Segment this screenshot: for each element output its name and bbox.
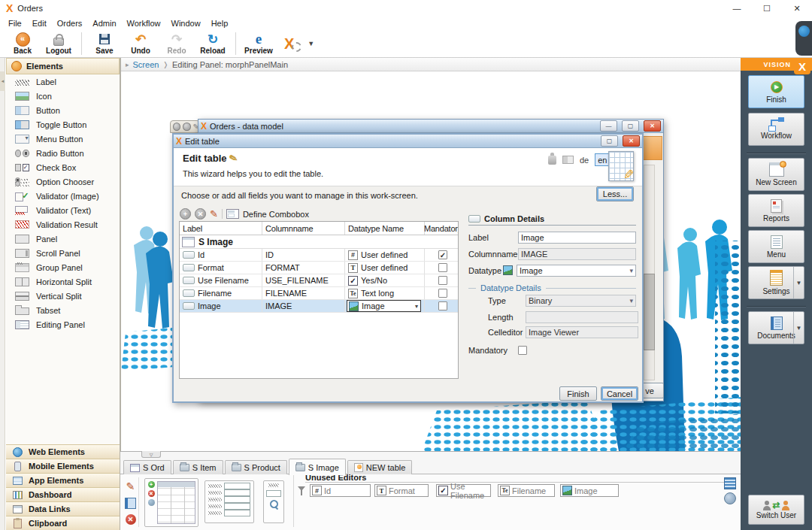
mandatory-checkbox[interactable] [438, 263, 447, 272]
add-circle-icon[interactable]: + [180, 208, 191, 220]
reload-button[interactable]: Reload [195, 31, 230, 56]
maximize-icon[interactable]: ▢ [622, 120, 639, 132]
back-button[interactable]: Back [5, 31, 40, 56]
palette-item-scroll-panel[interactable]: Scroll Panel [6, 246, 120, 260]
cancel-button[interactable]: Cancel [601, 386, 638, 401]
minimize-icon[interactable]: — [722, 0, 752, 17]
palette-item-option-chooser[interactable]: Option Chooser [6, 174, 120, 189]
mandatory-checkbox[interactable] [438, 301, 447, 310]
menu-help[interactable]: Help [206, 19, 234, 28]
unused-editor-id[interactable]: Id [310, 484, 371, 497]
mandatory-checkbox[interactable] [518, 346, 527, 355]
notebook-icon[interactable] [125, 498, 136, 509]
undo-button[interactable]: Undo [123, 31, 158, 56]
label-input[interactable] [518, 232, 636, 244]
palette-item-radio-button[interactable]: Radio Button [6, 146, 120, 160]
palette-item-horizontal-split[interactable]: Horizontal Split [6, 274, 120, 289]
less-button[interactable]: Less... [596, 186, 634, 201]
settings-button[interactable]: Settings ▼ [748, 266, 804, 299]
define-combobox-button[interactable]: Define Combobox [243, 210, 309, 219]
data-model-titlebar[interactable]: X Orders - data model — ▢ ✕ [198, 120, 663, 133]
tab-s-image[interactable]: S Image [289, 459, 346, 475]
edit-table-titlebar[interactable]: X Edit table ▢ ✕ [174, 135, 642, 148]
maximize-icon[interactable]: ☐ [752, 0, 782, 17]
close-icon[interactable]: ✕ [623, 135, 640, 147]
column-header-label[interactable]: Label [180, 222, 262, 235]
breadcrumb-root[interactable]: Screen [133, 60, 159, 69]
logout-button[interactable]: Logout [41, 31, 76, 56]
mandatory-checkbox[interactable] [438, 276, 447, 285]
menu-admin[interactable]: Admin [87, 19, 121, 28]
stamp-icon[interactable] [548, 156, 556, 165]
workflow-sidebar-button[interactable]: Workflow [748, 113, 804, 146]
palette-item-vertical-split[interactable]: Vertical Split [6, 289, 120, 303]
accordion-app-elements[interactable]: App Elements [6, 473, 120, 487]
preview-button[interactable]: Preview [241, 31, 276, 56]
accordion-clipboard[interactable]: Clipboard [6, 516, 120, 530]
palette-item-validator-image[interactable]: Validator (Image) [6, 189, 120, 203]
palette-item-tabset[interactable]: Tabset [6, 303, 120, 317]
palette-item-icon[interactable]: Icon [6, 89, 120, 103]
unused-editor-image[interactable]: Image [560, 484, 619, 497]
save-button[interactable]: Save [87, 31, 122, 56]
accordion-dashboard[interactable]: Dashboard [6, 487, 120, 501]
datatype-combobox[interactable]: Image [347, 300, 421, 312]
table-row[interactable]: Format FORMAT User defined [180, 262, 458, 274]
unused-editor-filename[interactable]: Filename [498, 484, 555, 497]
table-row[interactable]: Filename FILENAME Text long [180, 287, 458, 300]
palette-item-toggle-button[interactable]: Toggle Button [6, 117, 120, 132]
accordion-mobile-elements[interactable]: Mobile Elements [6, 459, 120, 473]
flag-icon[interactable] [562, 156, 574, 164]
palette-item-button[interactable]: Button [6, 103, 120, 117]
finish-sidebar-button[interactable]: Finish [748, 75, 804, 108]
close-icon[interactable]: ✕ [782, 0, 812, 17]
close-icon[interactable]: ✕ [644, 120, 661, 132]
palette-item-group-panel[interactable]: Group Panel [6, 260, 120, 274]
notebook-icon[interactable] [724, 477, 736, 489]
settings-dropdown-arrow[interactable]: ▼ [793, 267, 804, 298]
column-header-datatype[interactable]: Datatype Name [345, 222, 425, 235]
sidebar-collapse-handle[interactable]: ◂ [0, 71, 5, 91]
palette-item-check-box[interactable]: Check Box [6, 160, 120, 174]
accordion-web-elements[interactable]: Web Elements [6, 444, 120, 459]
menu-window[interactable]: Window [166, 19, 206, 28]
accordion-data-links[interactable]: Data Links [6, 501, 120, 516]
palette-item-menu-button[interactable]: Menu Button [6, 132, 120, 146]
mandatory-checkbox[interactable] [438, 289, 447, 298]
minimize-icon[interactable]: — [600, 120, 617, 132]
table-row[interactable]: Use Filename USE_FILENAME Yes/No [180, 274, 458, 287]
elements-panel-header[interactable]: Elements [6, 58, 120, 74]
palette-item-panel[interactable]: Panel [6, 232, 120, 246]
menu-file[interactable]: File [3, 19, 27, 28]
table-group-row[interactable]: S Image [180, 235, 458, 249]
form-layout-preview[interactable] [205, 480, 254, 523]
menu-orders[interactable]: Orders [52, 19, 88, 28]
menu-edit[interactable]: Edit [27, 19, 52, 28]
unused-editor-format[interactable]: Format [374, 484, 429, 497]
unused-editor-use-filename[interactable]: Use Filename [436, 484, 491, 497]
globe-icon[interactable] [724, 492, 736, 504]
palette-item-label[interactable]: Label [6, 74, 120, 89]
table-row[interactable]: Id ID User defined [180, 249, 458, 262]
remove-circle-icon[interactable]: ✕ [195, 208, 206, 220]
documents-dropdown-arrow[interactable]: ▼ [793, 312, 804, 344]
language-de[interactable]: de [580, 156, 589, 165]
table-layout-preview[interactable]: + ✕ [144, 478, 198, 527]
finish-button[interactable]: Finish [559, 386, 597, 401]
maximize-icon[interactable]: ▢ [601, 135, 618, 147]
tab-s-item[interactable]: S Item [173, 460, 223, 474]
panel-collapse-button[interactable]: ▽ [141, 451, 161, 458]
scrollbar-thumb[interactable] [644, 274, 655, 350]
column-header-columnname[interactable]: Columnname [262, 222, 345, 235]
search-layout-preview[interactable] [263, 480, 284, 523]
edit-pencil-icon[interactable]: ✎ [210, 208, 218, 220]
reports-button[interactable]: Reports [748, 194, 804, 227]
tab-s-product[interactable]: S Product [225, 460, 287, 474]
edit-pencil-icon[interactable]: ✎ [126, 480, 135, 492]
palette-item-editing-panel[interactable]: Editing Panel [6, 317, 120, 332]
mandatory-checkbox[interactable] [438, 250, 447, 259]
documents-button[interactable]: Documents ▼ [748, 311, 804, 344]
palette-item-validator-text[interactable]: Validator (Text) [6, 203, 120, 217]
menu-button[interactable]: Menu [748, 230, 804, 263]
palette-item-validation-result[interactable]: Validation Result [6, 217, 120, 232]
